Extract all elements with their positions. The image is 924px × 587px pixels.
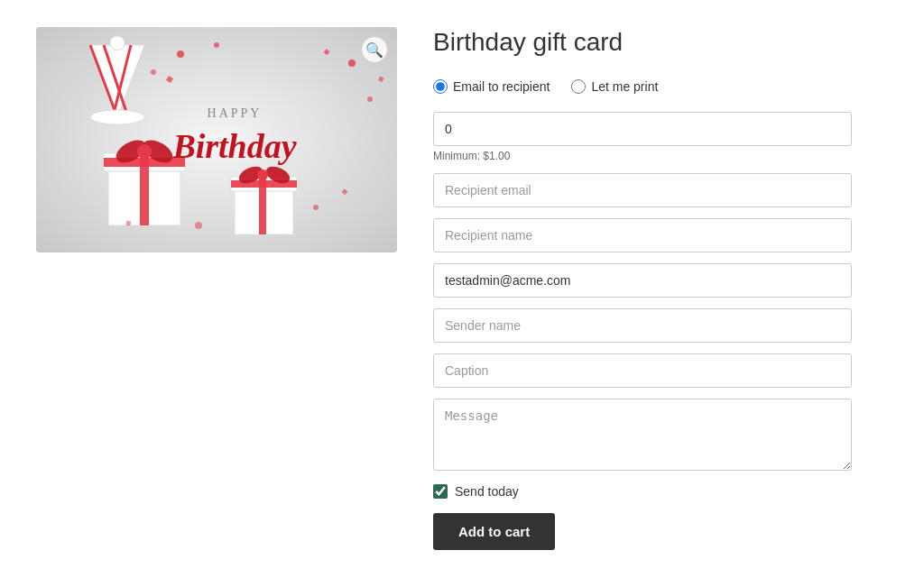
send-today-row: Send today <box>433 484 852 499</box>
add-to-cart-button[interactable]: Add to cart <box>433 513 555 550</box>
svg-text:HAPPY: HAPPY <box>208 106 263 120</box>
product-title: Birthday gift card <box>433 27 852 58</box>
svg-point-11 <box>348 60 356 67</box>
svg-point-7 <box>110 36 125 50</box>
amount-input[interactable] <box>433 112 852 146</box>
send-today-checkbox[interactable] <box>433 484 448 499</box>
svg-point-9 <box>214 42 219 48</box>
delivery-options: Email to recipient Let me print <box>433 79 852 94</box>
svg-point-10 <box>151 69 156 75</box>
svg-point-6 <box>90 110 144 124</box>
message-textarea[interactable] <box>433 399 852 471</box>
sender-name-input[interactable] <box>433 308 852 343</box>
svg-point-29 <box>257 170 268 180</box>
email-recipient-radio[interactable] <box>433 79 448 94</box>
right-column: Birthday gift card Email to recipient Le… <box>433 27 852 550</box>
birthday-card-illustration: HAPPY Birthday <box>36 27 397 252</box>
caption-group <box>433 353 852 388</box>
let-me-print-label: Let me print <box>591 79 658 94</box>
left-column: HAPPY Birthday 🔍 <box>36 27 397 252</box>
zoom-icon: 🔍 <box>365 41 383 59</box>
product-image-wrapper: HAPPY Birthday 🔍 <box>36 27 397 252</box>
sender-email-input[interactable] <box>433 263 852 298</box>
svg-point-32 <box>313 205 319 210</box>
svg-text:Birthday: Birthday <box>171 127 296 165</box>
svg-point-33 <box>195 222 202 229</box>
message-group <box>433 399 852 473</box>
caption-input[interactable] <box>433 353 852 388</box>
min-label: Minimum: $1.00 <box>433 150 852 162</box>
email-recipient-label: Email to recipient <box>453 79 550 94</box>
let-me-print-option[interactable]: Let me print <box>571 79 658 94</box>
amount-group: Minimum: $1.00 <box>433 112 852 162</box>
recipient-name-input[interactable] <box>433 218 852 252</box>
recipient-email-group <box>433 173 852 207</box>
svg-point-8 <box>177 50 184 58</box>
sender-email-group <box>433 263 852 298</box>
recipient-email-input[interactable] <box>433 173 852 207</box>
recipient-name-group <box>433 218 852 252</box>
svg-point-22 <box>137 144 152 159</box>
zoom-button[interactable]: 🔍 <box>361 36 388 63</box>
send-today-label[interactable]: Send today <box>455 484 519 499</box>
svg-point-12 <box>367 96 373 102</box>
sender-name-group <box>433 308 852 343</box>
email-recipient-option[interactable]: Email to recipient <box>433 79 550 94</box>
let-me-print-radio[interactable] <box>571 79 586 94</box>
page-container: HAPPY Birthday 🔍 Birthday gift card Emai… <box>0 0 924 577</box>
